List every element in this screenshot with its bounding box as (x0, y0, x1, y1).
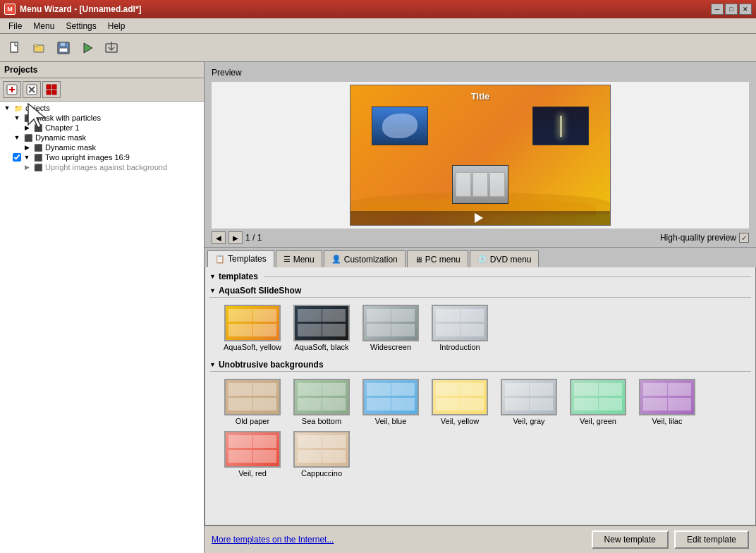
export-button[interactable] (100, 37, 123, 59)
menu-file[interactable]: File (3, 20, 28, 32)
thumb-veil-gray (501, 379, 557, 415)
edit-template-button[interactable]: Edit template (674, 530, 749, 549)
section-aquasoft: ▼ AquaSoft SlideShow AquaSoft, yellow (209, 284, 751, 354)
remove-item-button[interactable] (23, 81, 41, 98)
template-widescreen[interactable]: Widescreen (359, 305, 422, 351)
tree-expand-upright[interactable]: ▼ (23, 153, 31, 162)
grid-view-button[interactable] (42, 81, 61, 98)
thumb-veil-green (570, 379, 626, 415)
thumb-cappuccino (293, 431, 350, 468)
tree-expand-dynamic-sub[interactable]: ▶ (23, 143, 31, 152)
template-aquasoft-yellow[interactable]: AquaSoft, yellow (221, 305, 284, 351)
label-aquasoft-yellow: AquaSoft, yellow (224, 343, 281, 351)
svg-rect-15 (47, 85, 51, 89)
tree-item-upright-bg[interactable]: ▶ ⬛ Upright images against background (1, 162, 202, 172)
template-aquasoft-black[interactable]: AquaSoft, black (290, 305, 353, 351)
tree-expand-mask[interactable]: ▼ (13, 114, 21, 122)
label-widescreen: Widescreen (370, 343, 411, 351)
template-cappuccino[interactable]: Cappuccino (290, 431, 353, 478)
section-unobtrusive-label: Unobtrusive backgrounds (219, 360, 324, 370)
tree-expand-dynamic[interactable]: ▼ (13, 133, 21, 142)
menu-help[interactable]: Help (102, 20, 131, 32)
nav-next-button[interactable]: ▶ (228, 231, 243, 244)
tree-checkbox-two-upright[interactable] (13, 153, 21, 162)
label-introduction: Introduction (439, 343, 480, 351)
add-item-button[interactable] (3, 81, 21, 98)
tree-label-objects: objects (25, 104, 50, 112)
thumb-sea-bottom (293, 379, 350, 415)
tab-templates[interactable]: 📋 Templates (207, 250, 274, 267)
label-veil-lilac: Veil, lilac (652, 417, 683, 425)
svg-rect-0 (11, 42, 18, 52)
root-label: templates (219, 272, 258, 281)
template-veil-gray[interactable]: Veil, gray (497, 379, 561, 425)
menu-tab-icon: ☰ (284, 255, 291, 264)
more-templates-link[interactable]: More templates on the Internet... (212, 535, 334, 545)
tree-item-dynamic-mask[interactable]: ▼ ⬛ Dynamic mask (1, 133, 202, 142)
tab-dvd-menu-label: DVD menu (490, 255, 532, 265)
tree-item-dynamic-mask-sub[interactable]: ▶ ⬛ Dynamic mask (1, 142, 202, 152)
projects-label: Projects (4, 65, 37, 75)
tree-expand-objects[interactable]: ▼ (3, 104, 11, 112)
tab-customization-label: Customization (344, 255, 398, 265)
save-doc-button[interactable] (52, 37, 75, 59)
new-doc-button[interactable] (4, 37, 27, 59)
minimize-button[interactable]: ─ (711, 4, 724, 15)
restore-button[interactable]: □ (725, 4, 738, 15)
root-expand[interactable]: ▼ (209, 273, 216, 280)
tree-item-mask-particles[interactable]: ▼ ⬛ Mask with particles (1, 113, 202, 123)
tree-expand-chapter1[interactable]: ▶ (23, 123, 31, 132)
thumb-widescreen (362, 305, 419, 341)
preview-image: Title (350, 85, 611, 226)
template-introduction[interactable]: Introduction (428, 305, 492, 351)
preview-area: Preview Title (205, 62, 756, 229)
new-template-button[interactable]: New template (592, 530, 669, 549)
hq-checkbox[interactable]: ✓ (739, 233, 749, 243)
tree-item-two-upright[interactable]: ▼ ⬛ Two upright images 16:9 (1, 152, 202, 162)
tab-pc-menu-label: PC menu (425, 255, 461, 265)
tree-label-dynamic-mask: Dynamic mask (35, 133, 86, 142)
template-veil-red[interactable]: Veil, red (221, 431, 284, 478)
label-aquasoft-black: AquaSoft, black (294, 343, 348, 351)
upright-icon: ⬛ (32, 153, 44, 162)
tree-item-objects[interactable]: ▼ 📁 objects (1, 103, 202, 113)
section-aquasoft-label: AquaSoft SlideShow (219, 286, 301, 296)
template-sea-bottom[interactable]: Sea bottom (290, 379, 353, 425)
template-veil-blue[interactable]: Veil, blue (359, 379, 422, 425)
play-button[interactable] (76, 37, 99, 59)
tab-templates-label: Templates (228, 254, 267, 264)
label-old-paper: Old paper (236, 417, 269, 425)
tree-expand-upright-bg[interactable]: ▶ (23, 163, 31, 171)
tab-pc-menu[interactable]: 🖥 PC menu (407, 250, 468, 267)
hq-label: High-quality preview (660, 233, 736, 243)
tab-dvd-menu[interactable]: 💿 DVD menu (470, 250, 539, 267)
menu-bar: File Menu Settings Help (0, 18, 756, 34)
close-button[interactable]: ✕ (739, 4, 752, 15)
svg-rect-16 (52, 85, 56, 89)
menu-settings[interactable]: Settings (60, 20, 102, 32)
thumb-veil-red (224, 431, 281, 468)
template-veil-green[interactable]: Veil, green (566, 379, 630, 425)
template-veil-lilac[interactable]: Veil, lilac (635, 379, 699, 425)
thumb-veil-lilac (639, 379, 695, 415)
dynamic-icon: ⬛ (23, 133, 34, 142)
tab-customization[interactable]: 👤 Customization (324, 250, 406, 267)
tab-menu[interactable]: ☰ Menu (276, 250, 322, 267)
section-unobtrusive-expand[interactable]: ▼ (209, 361, 216, 368)
nav-prev-button[interactable]: ◀ (212, 231, 226, 244)
thumb-veil-yellow (432, 379, 488, 415)
section-aquasoft-expand[interactable]: ▼ (209, 287, 216, 294)
template-old-paper[interactable]: Old paper (221, 379, 284, 425)
tabs-area: 📋 Templates ☰ Menu 👤 Customization 🖥 PC … (205, 247, 756, 553)
hq-preview-control: High-quality preview ✓ (660, 233, 749, 243)
bottom-bar: More templates on the Internet... New te… (205, 525, 756, 553)
preview-thumb-1 (372, 107, 428, 145)
svg-rect-5 (59, 48, 68, 52)
toolbar (0, 34, 756, 62)
open-doc-button[interactable] (28, 37, 51, 59)
tree-label-chapter1: Chapter 1 (45, 123, 79, 132)
tree-item-chapter1[interactable]: ▶ ⬛ Chapter 1 (1, 123, 202, 133)
template-veil-yellow[interactable]: Veil, yellow (428, 379, 492, 425)
bottom-buttons: New template Edit template (592, 530, 749, 549)
menu-menu[interactable]: Menu (28, 20, 60, 32)
